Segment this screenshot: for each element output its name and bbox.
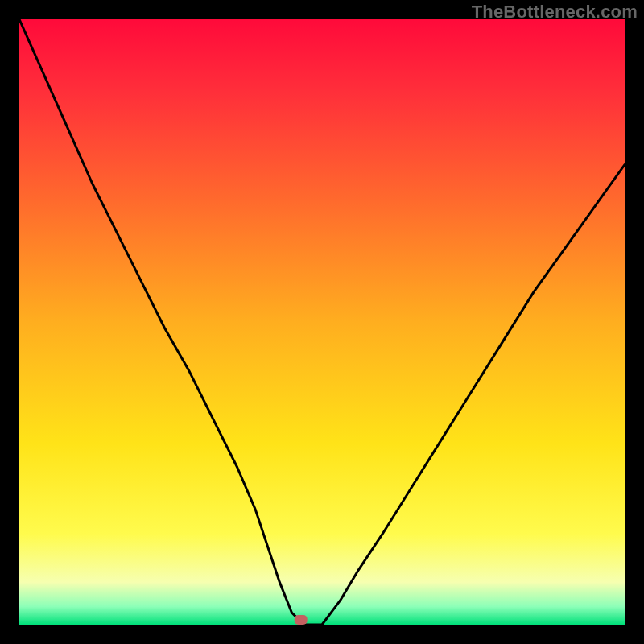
chart-svg: [0, 0, 644, 644]
watermark-text: TheBottleneck.com: [472, 2, 638, 23]
plot-background: [19, 19, 625, 625]
chart-container: TheBottleneck.com: [0, 0, 644, 644]
valley-marker: [295, 615, 308, 625]
